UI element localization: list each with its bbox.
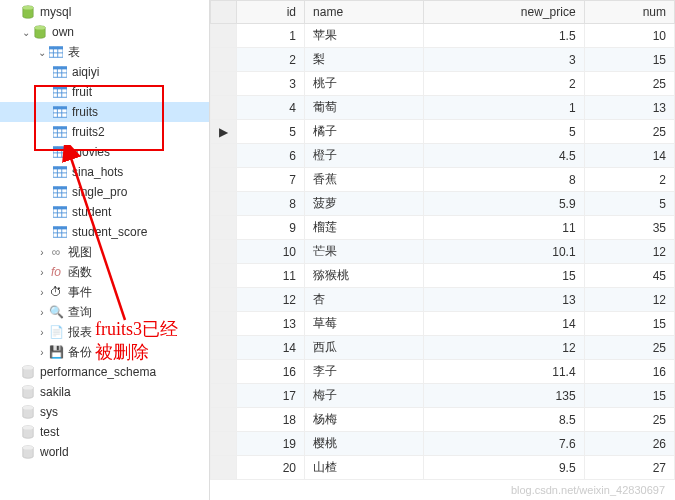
cell-id[interactable]: 17	[237, 384, 305, 408]
table-row[interactable]: 14西瓜1225	[211, 336, 675, 360]
data-grid[interactable]: id name new_price num 1苹果1.5102梨3153桃子22…	[210, 0, 675, 480]
chevron-right-icon[interactable]: ›	[36, 347, 48, 358]
cell-num[interactable]: 15	[584, 384, 674, 408]
cell-num[interactable]: 26	[584, 432, 674, 456]
cell-name[interactable]: 橙子	[305, 144, 424, 168]
cell-num[interactable]: 13	[584, 96, 674, 120]
tree-table-item[interactable]: fruit	[0, 82, 209, 102]
cell-name[interactable]: 西瓜	[305, 336, 424, 360]
cell-new-price[interactable]: 2	[423, 72, 584, 96]
cell-new-price[interactable]: 11.4	[423, 360, 584, 384]
cell-new-price[interactable]: 3	[423, 48, 584, 72]
chevron-down-icon[interactable]: ⌄	[20, 27, 32, 38]
cell-name[interactable]: 苹果	[305, 24, 424, 48]
cell-id[interactable]: 8	[237, 192, 305, 216]
cell-id[interactable]: 7	[237, 168, 305, 192]
table-row[interactable]: 13草莓1415	[211, 312, 675, 336]
cell-num[interactable]: 35	[584, 216, 674, 240]
cell-num[interactable]: 10	[584, 24, 674, 48]
cell-new-price[interactable]: 8.5	[423, 408, 584, 432]
table-row[interactable]: 19樱桃7.626	[211, 432, 675, 456]
tree-db-world[interactable]: world	[0, 442, 209, 462]
cell-num[interactable]: 25	[584, 408, 674, 432]
tree-folder-functions[interactable]: › fo 函数	[0, 262, 209, 282]
cell-num[interactable]: 5	[584, 192, 674, 216]
cell-num[interactable]: 27	[584, 456, 674, 480]
cell-name[interactable]: 草莓	[305, 312, 424, 336]
cell-new-price[interactable]: 13	[423, 288, 584, 312]
cell-new-price[interactable]: 7.6	[423, 432, 584, 456]
cell-name[interactable]: 香蕉	[305, 168, 424, 192]
cell-name[interactable]: 猕猴桃	[305, 264, 424, 288]
cell-name[interactable]: 梅子	[305, 384, 424, 408]
cell-name[interactable]: 杏	[305, 288, 424, 312]
cell-new-price[interactable]: 135	[423, 384, 584, 408]
cell-id[interactable]: 12	[237, 288, 305, 312]
cell-num[interactable]: 14	[584, 144, 674, 168]
tree-db-mysql[interactable]: mysql	[0, 2, 209, 22]
table-row[interactable]: 7香蕉82	[211, 168, 675, 192]
chevron-right-icon[interactable]: ›	[36, 267, 48, 278]
cell-id[interactable]: 3	[237, 72, 305, 96]
cell-id[interactable]: 5	[237, 120, 305, 144]
cell-num[interactable]: 16	[584, 360, 674, 384]
chevron-right-icon[interactable]: ›	[36, 287, 48, 298]
cell-name[interactable]: 葡萄	[305, 96, 424, 120]
table-row[interactable]: 1苹果1.510	[211, 24, 675, 48]
tree-folder-reports[interactable]: › 📄 报表	[0, 322, 209, 342]
cell-num[interactable]: 15	[584, 312, 674, 336]
table-row[interactable]: 9榴莲1135	[211, 216, 675, 240]
cell-new-price[interactable]: 15	[423, 264, 584, 288]
cell-name[interactable]: 芒果	[305, 240, 424, 264]
cell-id[interactable]: 11	[237, 264, 305, 288]
cell-id[interactable]: 18	[237, 408, 305, 432]
cell-num[interactable]: 25	[584, 336, 674, 360]
table-row[interactable]: 12杏1312	[211, 288, 675, 312]
table-row[interactable]: 2梨315	[211, 48, 675, 72]
chevron-right-icon[interactable]: ›	[36, 307, 48, 318]
cell-num[interactable]: 12	[584, 240, 674, 264]
table-row[interactable]: 8菠萝5.95	[211, 192, 675, 216]
cell-new-price[interactable]: 11	[423, 216, 584, 240]
table-row[interactable]: 3桃子225	[211, 72, 675, 96]
cell-new-price[interactable]: 12	[423, 336, 584, 360]
tree-folder-backups[interactable]: › 💾 备份	[0, 342, 209, 362]
cell-name[interactable]: 橘子	[305, 120, 424, 144]
tree-table-item[interactable]: fruits	[0, 102, 209, 122]
cell-num[interactable]: 2	[584, 168, 674, 192]
tree-folder-events[interactable]: › ⏱ 事件	[0, 282, 209, 302]
col-header-new-price[interactable]: new_price	[423, 1, 584, 24]
cell-num[interactable]: 25	[584, 72, 674, 96]
tree-db-sys[interactable]: sys	[0, 402, 209, 422]
cell-new-price[interactable]: 10.1	[423, 240, 584, 264]
tree-folder-tables[interactable]: ⌄ 表	[0, 42, 209, 62]
tree-db-performance-schema[interactable]: performance_schema	[0, 362, 209, 382]
cell-new-price[interactable]: 14	[423, 312, 584, 336]
tree-folder-views[interactable]: › ∞ 视图	[0, 242, 209, 262]
cell-num[interactable]: 45	[584, 264, 674, 288]
cell-num[interactable]: 25	[584, 120, 674, 144]
cell-new-price[interactable]: 9.5	[423, 456, 584, 480]
cell-new-price[interactable]: 8	[423, 168, 584, 192]
cell-id[interactable]: 4	[237, 96, 305, 120]
cell-id[interactable]: 16	[237, 360, 305, 384]
tree-db-sakila[interactable]: sakila	[0, 382, 209, 402]
cell-id[interactable]: 19	[237, 432, 305, 456]
table-row[interactable]: 10芒果10.112	[211, 240, 675, 264]
cell-name[interactable]: 樱桃	[305, 432, 424, 456]
tree-table-item[interactable]: student	[0, 202, 209, 222]
tree-table-item[interactable]: fruits2	[0, 122, 209, 142]
tree-table-item[interactable]: sina_hots	[0, 162, 209, 182]
tree-table-item[interactable]: aiqiyi	[0, 62, 209, 82]
table-row[interactable]: 6橙子4.514	[211, 144, 675, 168]
cell-id[interactable]: 14	[237, 336, 305, 360]
cell-name[interactable]: 榴莲	[305, 216, 424, 240]
tree-table-item[interactable]: student_score	[0, 222, 209, 242]
cell-new-price[interactable]: 5	[423, 120, 584, 144]
col-header-id[interactable]: id	[237, 1, 305, 24]
col-header-num[interactable]: num	[584, 1, 674, 24]
cell-name[interactable]: 杨梅	[305, 408, 424, 432]
cell-name[interactable]: 山楂	[305, 456, 424, 480]
table-row[interactable]: 18杨梅8.525	[211, 408, 675, 432]
cell-new-price[interactable]: 5.9	[423, 192, 584, 216]
